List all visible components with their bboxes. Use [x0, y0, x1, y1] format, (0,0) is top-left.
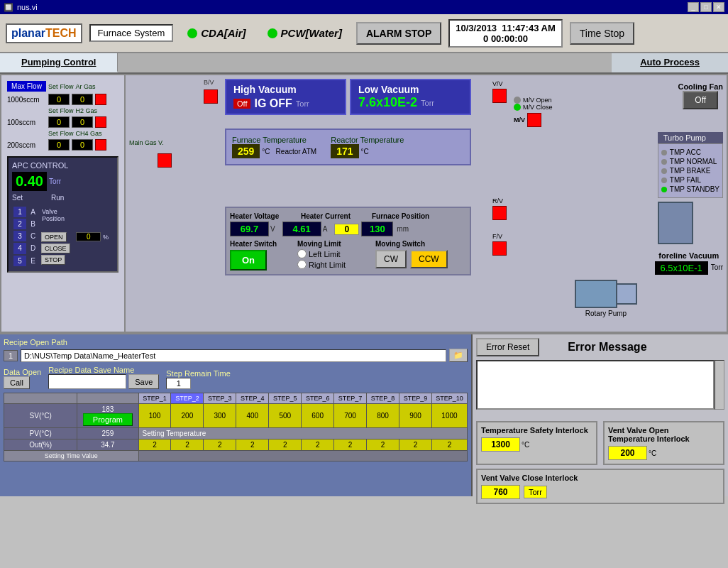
bv-valve[interactable] [204, 89, 218, 104]
current-unit: A [323, 225, 328, 233]
tab-pumping-control[interactable]: Pumping Control [0, 53, 118, 72]
time-stop-button[interactable]: Time Stop [570, 22, 634, 45]
title-icon: 🔲 [4, 3, 13, 12]
step5-header: STEP_5 [269, 393, 302, 404]
close-btn[interactable]: ✕ [713, 2, 724, 12]
step-row-1: 1 A ValvePosition % [13, 207, 112, 217]
ch4-flow-set-input[interactable] [48, 139, 70, 151]
max-flow-row: Max Flow Set Flow Ar Gas [7, 81, 118, 92]
vv-valve[interactable] [492, 89, 507, 103]
ccw-button[interactable]: CCW [410, 250, 448, 268]
turbo-pump-section: Turbo Pump TMP ACC TMP NORMAL TMP BRAKE … [658, 132, 723, 244]
lv-torr: Torr [421, 99, 434, 107]
run-label: Run [51, 194, 64, 202]
interlock-row-1: Temperature Safety Interlock 1300 °C Ven… [476, 421, 724, 465]
reactor-deg: °C [361, 148, 369, 155]
sv-label: SV(°C) [4, 404, 77, 428]
temp-safety-interlock: Temperature Safety Interlock 1300 °C [476, 421, 597, 465]
ch4-valve[interactable] [95, 139, 106, 151]
alarm-stop-button[interactable]: ALARM STOP [356, 22, 441, 45]
save-button[interactable]: Save [128, 374, 159, 389]
tmp-standby-dot [661, 187, 667, 192]
furnace-deg: °C [262, 148, 270, 155]
save-name-input[interactable] [48, 374, 126, 389]
set-label-1: Set [48, 83, 58, 90]
right-limit-radio[interactable] [297, 260, 307, 269]
h2-valve[interactable] [95, 116, 106, 128]
error-reset-button[interactable]: Error Reset [476, 338, 539, 356]
recipe-path-num-input[interactable] [4, 350, 18, 361]
error-textarea[interactable] [476, 360, 715, 410]
furnace-temp-value: 259 [232, 144, 260, 158]
error-scrollbar[interactable] [715, 360, 724, 410]
out-label: Out(%) [4, 439, 77, 451]
program-button[interactable]: Program [83, 413, 133, 426]
call-button[interactable]: Call [4, 376, 30, 389]
recipe-path-input[interactable] [21, 349, 446, 362]
ar-flow-set-input[interactable] [48, 94, 70, 105]
step-num-1: 1 [13, 207, 26, 217]
program-table: STEP_1 STEP_2 STEP_3 STEP_4 STEP_5 STEP_… [4, 393, 468, 462]
sv-step8: 800 [367, 404, 399, 428]
h2-flow-set-input[interactable] [48, 116, 70, 128]
error-message-title: Error Message [546, 341, 646, 354]
vent-open-interlock: Vent Valve OpenTemperature Interlock 200… [603, 421, 724, 465]
heater-current-label: Heater Current [301, 212, 365, 220]
rotary-pump-icon-sub [616, 283, 637, 305]
left-limit-label: Left Limit [309, 250, 341, 258]
fv-valve[interactable] [492, 241, 507, 256]
heater-on-button[interactable]: On [230, 250, 267, 271]
apc-control: APC CONTROL 0.40 Torr Set Run 1 A ValveP… [7, 156, 118, 273]
ar-valve[interactable] [95, 94, 106, 105]
left-panel: Max Flow Set Flow Ar Gas 1000sccm Set Fl… [1, 75, 126, 332]
maximize-btn[interactable]: □ [700, 2, 712, 12]
h2-flow-input[interactable] [72, 116, 93, 128]
cooling-fan-label: Cooling Fan [678, 82, 723, 91]
off-badge: Off [233, 99, 250, 109]
ar-sccm: 1000sccm [7, 96, 46, 104]
furnace-label: Furnace System [89, 24, 174, 42]
ar-gas-row: 1000sccm [7, 94, 118, 105]
sv-step6: 600 [302, 404, 334, 428]
rv-label: R/V [492, 197, 503, 204]
sv-value: 183 Program [77, 404, 138, 428]
tmp-normal-dot [661, 159, 667, 165]
step1-header: STEP_1 [138, 393, 171, 404]
time-step6: 2 [302, 439, 334, 451]
mv-open-dot [514, 97, 521, 104]
sv-step1: 100 [138, 404, 171, 428]
mv-valve[interactable] [527, 113, 541, 127]
voltage-unit: V [270, 225, 275, 233]
step-remain-input[interactable] [166, 378, 191, 389]
ar-flow-input[interactable] [72, 94, 93, 105]
tab-auto-process[interactable]: Auto Process [612, 53, 728, 72]
position-value: 130 [361, 222, 393, 236]
valve-pct-input[interactable] [76, 232, 101, 241]
time-step3: 2 [204, 439, 236, 451]
mv-open-label: M/V Open [523, 97, 552, 104]
left-limit-radio[interactable] [297, 249, 307, 258]
vent-close-unit: Torr [524, 486, 547, 498]
ch4-flow-input[interactable] [72, 139, 93, 151]
folder-button[interactable]: 📁 [449, 349, 468, 362]
time-step7: 2 [334, 439, 367, 451]
foreline-section: foreline Vacuum 6.5x10E-1 Torr [655, 251, 724, 275]
apc-title: APC CONTROL [12, 161, 114, 170]
main-gas-valve[interactable] [158, 153, 172, 168]
step-remain-label: Step Remain Time [166, 369, 230, 378]
position-set-input[interactable] [334, 224, 359, 235]
minimize-btn[interactable]: _ [688, 2, 699, 12]
error-area [476, 360, 724, 415]
close-button[interactable]: CLOSE [41, 244, 70, 253]
vent-open-unit: °C [649, 449, 656, 457]
ar-gas-label: Ar Gas [76, 83, 96, 90]
mv-label: M/V [514, 116, 525, 124]
stop-button[interactable]: STOP [41, 255, 65, 265]
time-step2: 2 [171, 439, 204, 451]
set-label: Set [12, 194, 23, 202]
pv-row: PV(°C) 259 Setting Temperature [4, 428, 468, 439]
fan-off-button[interactable]: Off [683, 91, 718, 109]
rv-valve[interactable] [492, 206, 507, 220]
cw-button[interactable]: CW [375, 250, 407, 268]
open-button[interactable]: OPEN [41, 232, 67, 242]
